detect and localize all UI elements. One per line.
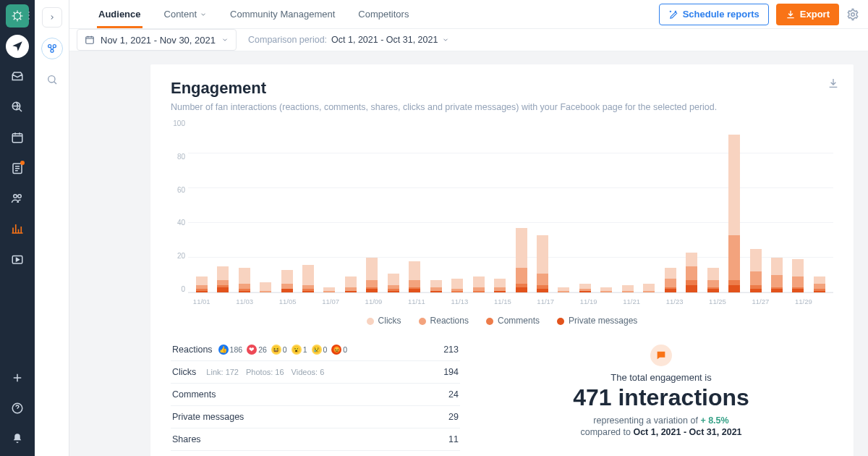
nav-analytics-icon[interactable] <box>6 217 29 240</box>
bar[interactable] <box>537 235 548 292</box>
row-pm-label: Private messages <box>172 412 244 422</box>
bar[interactable] <box>728 135 740 292</box>
bar[interactable] <box>323 287 335 292</box>
nav-team-icon[interactable] <box>6 187 29 210</box>
like-icon: 👍 <box>218 345 229 355</box>
summary-line2: representing a variation of + 8.5% <box>489 415 833 426</box>
comparison-value: Oct 1, 2021 - Oct 31, 2021 <box>331 35 438 45</box>
row-shares: Shares 11 <box>171 428 460 451</box>
notification-badge <box>20 161 25 165</box>
bar[interactable] <box>388 274 399 292</box>
nav-checklist-icon[interactable] <box>6 156 29 180</box>
bar[interactable] <box>494 279 506 292</box>
download-chart-icon[interactable] <box>827 77 839 89</box>
bar[interactable] <box>643 284 655 292</box>
legend-clicks: Clicks <box>367 316 401 326</box>
main-content: Audience Content Community Management Co… <box>69 0 868 456</box>
angry-icon: 😡 <box>331 345 341 355</box>
summary-line3: compared to Oct 1, 2021 - Oct 31, 2021 <box>489 427 833 437</box>
row-pm-value: 29 <box>448 412 459 422</box>
bar[interactable] <box>473 276 485 292</box>
chevron-down-icon <box>442 36 449 43</box>
bar[interactable] <box>409 261 420 292</box>
comparison-period[interactable]: Comparison period: Oct 1, 2021 - Oct 31,… <box>248 35 449 45</box>
row-clicks: Clicks Link: 172 Photos: 16 Videos: 6 19… <box>171 361 460 384</box>
row-total: Total Engagement 471 <box>171 451 460 456</box>
date-range-picker[interactable]: Nov 1, 2021 - Nov 30, 2021 <box>77 29 237 51</box>
tab-competitors[interactable]: Competitors <box>357 0 410 28</box>
bar[interactable] <box>217 266 229 292</box>
bar[interactable] <box>345 276 357 292</box>
svg-rect-2 <box>12 134 22 143</box>
nav-send-icon[interactable] <box>6 35 29 58</box>
love-icon: ❤ <box>247 345 257 355</box>
row-shares-value: 11 <box>448 434 459 444</box>
chat-bubble-icon <box>650 345 672 366</box>
network-filter-button[interactable] <box>41 38 63 59</box>
row-clicks-label: Clicks <box>172 367 196 377</box>
svg-point-12 <box>851 12 855 16</box>
add-icon[interactable] <box>6 366 29 389</box>
tab-audience[interactable]: Audience <box>97 0 142 28</box>
svg-point-11 <box>48 76 54 83</box>
svg-point-5 <box>18 195 22 198</box>
card-subtitle: Number of fan interactions (reactions, c… <box>171 102 833 112</box>
bar[interactable] <box>281 270 293 292</box>
download-icon <box>786 9 796 20</box>
x-axis: 11/0111/0311/0511/0711/0911/1111/1311/15… <box>188 297 833 305</box>
nav-media-icon[interactable] <box>6 248 29 271</box>
bar[interactable] <box>430 280 442 292</box>
bar[interactable] <box>579 284 591 292</box>
bar[interactable] <box>600 287 612 292</box>
chart-plot <box>188 119 833 293</box>
metrics-table: Reactions 👍186 ❤26 😆0 😮1 😢0 😡0 213 <box>171 339 460 456</box>
settings-icon[interactable] <box>846 8 859 21</box>
nav-calendar-icon[interactable] <box>6 126 29 149</box>
export-button[interactable]: Export <box>776 4 839 25</box>
bar[interactable] <box>558 287 569 292</box>
bar[interactable] <box>622 285 634 292</box>
bar[interactable] <box>665 268 676 292</box>
row-comments-label: Comments <box>172 389 216 400</box>
tab-content-label: Content <box>164 9 197 20</box>
reactions-breakdown: 👍186 ❤26 😆0 😮1 😢0 😡0 <box>218 345 351 355</box>
row-pm: Private messages 29 <box>171 406 460 428</box>
search-icon[interactable] <box>42 69 62 90</box>
wow-icon: 😮 <box>292 345 302 355</box>
row-reactions-label: Reactions <box>172 345 213 355</box>
magic-wand-icon <box>668 9 678 20</box>
bar[interactable] <box>750 249 762 292</box>
bar[interactable] <box>239 268 250 292</box>
bar[interactable] <box>707 268 719 292</box>
bell-icon[interactable] <box>6 427 29 450</box>
nav-inbox-icon[interactable] <box>6 65 29 88</box>
bar[interactable] <box>771 258 783 292</box>
row-clicks-value: 194 <box>443 367 459 377</box>
bar[interactable] <box>686 253 697 292</box>
bar[interactable] <box>814 276 825 292</box>
bar[interactable] <box>516 228 527 292</box>
chevron-down-icon <box>221 36 229 43</box>
engagement-chart: 100806040200 <box>171 119 833 293</box>
row-comments-value: 24 <box>448 389 459 400</box>
date-bar: Nov 1, 2021 - Nov 30, 2021 Comparison pe… <box>69 29 868 51</box>
sad-icon: 😢 <box>312 345 322 355</box>
secondary-rail <box>35 0 69 456</box>
expand-panel-button[interactable] <box>42 7 62 28</box>
export-label: Export <box>800 9 830 20</box>
summary-panel: The total engagement is 471 interactions… <box>489 339 833 456</box>
bar[interactable] <box>260 282 271 292</box>
menu-dots-icon[interactable]: ⋮ <box>25 10 33 20</box>
help-icon[interactable] <box>6 397 29 420</box>
nav-globe-search-icon[interactable] <box>6 96 29 119</box>
tab-content[interactable]: Content <box>163 0 209 28</box>
bar[interactable] <box>451 279 463 292</box>
bar[interactable] <box>366 258 378 292</box>
row-reactions-value: 213 <box>443 345 459 355</box>
bar[interactable] <box>302 265 314 292</box>
schedule-reports-button[interactable]: Schedule reports <box>659 4 769 25</box>
top-tab-bar: Audience Content Community Management Co… <box>69 0 868 29</box>
bar[interactable] <box>792 259 804 292</box>
bar[interactable] <box>196 276 208 292</box>
tab-community[interactable]: Community Management <box>229 0 336 28</box>
